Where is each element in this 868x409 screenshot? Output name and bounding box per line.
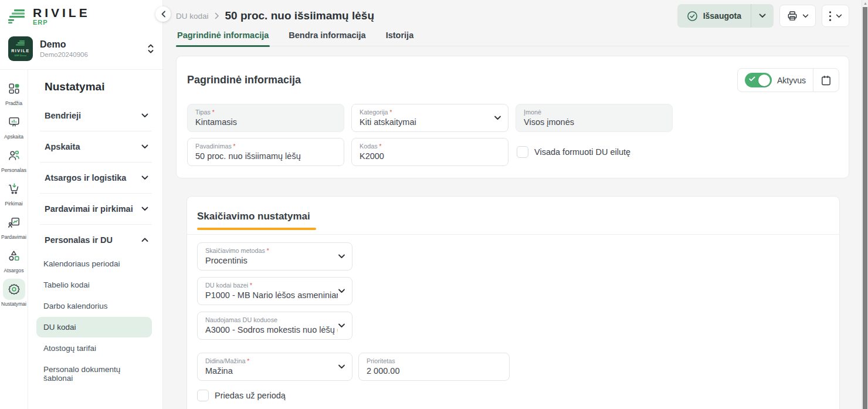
- scrollbar-up-arrow-icon[interactable]: ▲: [863, 1, 867, 5]
- sidebar-item-personalo-dokumentu-sablonai[interactable]: Personalo dokumentų šablonai: [36, 359, 152, 388]
- checkbox-unchecked[interactable]: [517, 146, 528, 158]
- chevron-down-icon: [494, 116, 501, 120]
- shapes-icon: [3, 245, 25, 266]
- people-icon: [3, 145, 25, 166]
- chevron-down-icon: [836, 14, 842, 18]
- settings-menu: Nustatymai Bendrieji Apskaita Atsargos i…: [28, 70, 162, 409]
- account-id: Demo20240906: [40, 51, 140, 58]
- field-pavadinimas-input[interactable]: Pavadinimas 50 proc. nuo išsiimamų lėšų: [187, 138, 344, 166]
- account-name: Demo: [40, 39, 140, 50]
- divider: [40, 162, 152, 163]
- chevron-down-icon: [338, 364, 345, 369]
- active-toggle-group: Aktyvus: [737, 68, 839, 92]
- presentation-chart-icon: [3, 111, 25, 133]
- breadcrumb-chevron-icon: [215, 12, 219, 19]
- rail-item-atsargos[interactable]: Atsargos: [1, 245, 28, 273]
- detail-tabs: Pagrindinė informacija Bendra informacij…: [176, 31, 849, 46]
- visada-formuoti-checkbox-row[interactable]: Visada formuoti DU eilutę: [517, 146, 630, 158]
- sales-chart-icon: [3, 212, 25, 233]
- sidebar-item-kalendoriaus-periodai[interactable]: Kalendoriaus periodai: [36, 253, 152, 274]
- field-skaiciavimo-metodas-select[interactable]: Skaičiavimo metodas Procentinis: [197, 242, 352, 271]
- menu-group-atsargos-ir-logistika[interactable]: Atsargos ir logistika: [45, 165, 157, 191]
- account-switch-icon[interactable]: [147, 43, 154, 54]
- printer-icon: [786, 10, 798, 22]
- sidebar-item-tabelio-kodai[interactable]: Tabelio kodai: [36, 275, 152, 295]
- field-kodas-input[interactable]: Kodas K2000: [351, 138, 508, 166]
- checkbox-unchecked[interactable]: [197, 390, 209, 401]
- brand-name: RIVILE ERP: [33, 7, 90, 26]
- page-title: 50 proc. nuo išsiimamų lėšų: [225, 9, 374, 22]
- main-content: DU kodai 50 proc. nuo išsiimamų lėšų Išs…: [163, 0, 868, 409]
- more-actions-button[interactable]: [822, 5, 849, 27]
- priedas-uz-perioda-checkbox-row[interactable]: Priedas už periodą: [197, 390, 829, 401]
- check-circle-icon: [687, 11, 698, 22]
- field-naudojamas-du-koduose-select[interactable]: Naudojamas DU koduose A3000 - Sodros mok…: [197, 312, 352, 340]
- divider: [40, 131, 152, 131]
- sidebar: RIVILE ERP RIVILE ERP Demo Demo Demo2024…: [0, 0, 163, 409]
- kebab-menu-icon: [829, 11, 832, 22]
- chevron-down-icon: [141, 113, 148, 118]
- rail-item-pardavimai[interactable]: Pardavimai: [1, 212, 28, 240]
- menu-title: Nustatymai: [45, 80, 157, 93]
- check-icon: [749, 76, 755, 82]
- toggle-label: Aktyvus: [777, 76, 806, 85]
- field-du-kodai-bazei-select[interactable]: DU kodai bazei P1000 - MB Nario lėšos as…: [197, 277, 352, 305]
- pagrindine-informacija-card: Pagrindinė informacija Aktyvus: [176, 56, 849, 178]
- chevron-down-icon: [338, 323, 345, 328]
- breadcrumb-du-kodai[interactable]: DU kodai: [176, 12, 209, 21]
- sidebar-item-atostogu-tarifai[interactable]: Atostogų tarifai: [36, 338, 152, 359]
- orange-underline: [197, 228, 316, 230]
- chevron-down-icon: [141, 175, 148, 180]
- section-title: Skaičiavimo nustatymai: [197, 211, 829, 222]
- field-imone: Įmonė Visos įmonės: [516, 104, 673, 132]
- field-didina-mazina-select[interactable]: Didina/Mažina Mažina: [197, 353, 352, 381]
- rail-item-apskaita[interactable]: Apskaita: [1, 111, 28, 140]
- icon-rail: Pradžia Apskaita: [0, 70, 28, 409]
- sidebar-item-du-kodai[interactable]: DU kodai: [36, 317, 152, 337]
- divider: [40, 193, 152, 194]
- field-tipas: Tipas Kintamasis: [187, 104, 344, 132]
- menu-group-pardavimai-ir-pirkimai[interactable]: Pardavimai ir pirkimai: [45, 196, 157, 222]
- tab-istorija[interactable]: Istorija: [385, 31, 415, 46]
- account-switcher[interactable]: RIVILE ERP Demo Demo Demo20240906: [0, 31, 162, 70]
- personalas-submenu: Kalendoriaus periodai Tabelio kodai Darb…: [45, 253, 157, 388]
- vertical-scrollbar[interactable]: ▲: [862, 0, 868, 409]
- print-button[interactable]: [779, 5, 816, 27]
- brand-logo[interactable]: RIVILE ERP: [0, 0, 162, 31]
- account-avatar: RIVILE ERP Demo: [8, 36, 33, 61]
- tab-bendra-informacija[interactable]: Bendra informacija: [287, 31, 367, 46]
- saved-status-button[interactable]: Išsaugota: [677, 4, 774, 28]
- card-title: Pagrindinė informacija: [187, 74, 301, 86]
- skaiciavimo-nustatymai-card: Skaičiavimo nustatymai Skaičiavimo metod…: [187, 196, 840, 409]
- chevron-up-icon: [141, 238, 148, 242]
- sidebar-collapse-button[interactable]: [155, 6, 171, 22]
- divider: [40, 224, 152, 225]
- field-kategorija-select[interactable]: Kategorija Kiti atskaitymai: [351, 104, 508, 132]
- chevron-down-icon: [338, 254, 345, 259]
- rail-item-nustatymai[interactable]: Nustatymai: [1, 279, 28, 307]
- menu-group-apskaita[interactable]: Apskaita: [45, 134, 157, 160]
- active-toggle[interactable]: Aktyvus: [738, 73, 813, 87]
- field-prioritetas-input[interactable]: Prioritetas 2 000.00: [358, 353, 510, 381]
- rivile-logo-icon: [7, 8, 27, 25]
- calendar-button[interactable]: [813, 69, 839, 92]
- chevron-down-icon: [338, 289, 345, 293]
- divider: [187, 234, 839, 235]
- save-dropdown-chevron[interactable]: [751, 13, 774, 18]
- rail-item-pradzia[interactable]: Pradžia: [1, 78, 28, 106]
- rail-item-personalas[interactable]: Personalas: [1, 145, 28, 173]
- shopping-cart-icon: [3, 178, 25, 200]
- chevron-down-icon: [141, 207, 148, 211]
- scrollbar-thumb[interactable]: [863, 7, 867, 409]
- rail-item-pirkimai[interactable]: Pirkimai: [1, 178, 28, 207]
- chevron-down-icon: [141, 144, 148, 149]
- menu-group-personalas-ir-du[interactable]: Personalas ir DU: [45, 227, 157, 253]
- home-dashboard-icon: [3, 78, 25, 99]
- menu-group-bendrieji[interactable]: Bendrieji: [45, 103, 157, 129]
- tab-pagrindine-informacija[interactable]: Pagrindinė informacija: [176, 31, 270, 46]
- sidebar-item-darbo-kalendorius[interactable]: Darbo kalendorius: [36, 296, 152, 316]
- chevron-down-icon: [802, 14, 809, 18]
- breadcrumb: DU kodai 50 proc. nuo išsiimamų lėšų: [176, 9, 374, 22]
- toggle-switch-on[interactable]: [745, 73, 772, 87]
- gear-icon: [3, 279, 25, 300]
